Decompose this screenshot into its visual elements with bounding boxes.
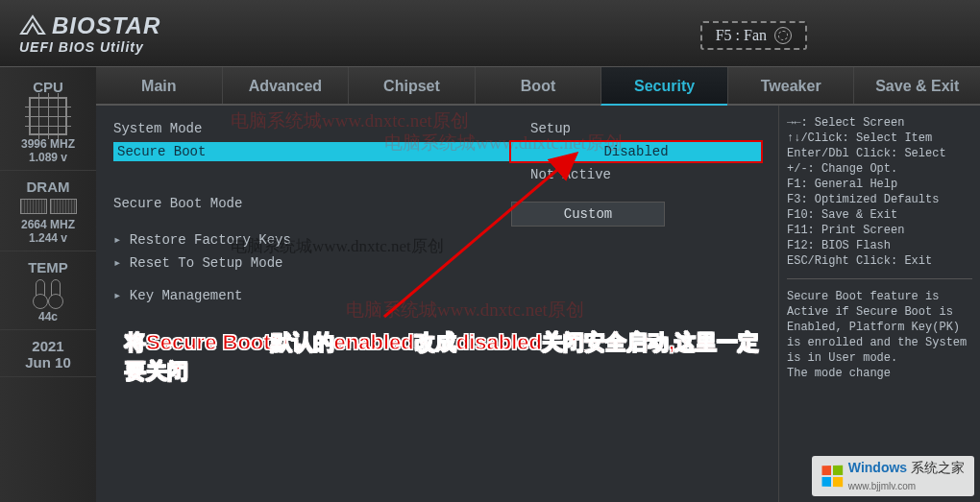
label-secure-boot-mode: Secure Boot Mode xyxy=(113,194,242,227)
menu-reset-to-setup-mode[interactable]: Reset To Setup Mode xyxy=(106,251,769,275)
tab-advanced[interactable]: Advanced xyxy=(222,67,349,104)
sidebar-cpu: CPU 3996 MHZ 1.089 v xyxy=(0,73,96,171)
row-secure-boot-status: Not Active xyxy=(106,163,769,186)
windows-logo-icon xyxy=(821,466,843,488)
header-left: System Mode xyxy=(113,119,202,138)
fan-icon xyxy=(774,27,792,44)
help-separator xyxy=(787,278,972,279)
cpu-icon xyxy=(29,97,67,135)
help-panel: →←: Select Screen ↑↓/Click: Select Item … xyxy=(778,106,980,502)
sidebar-date: 2021 Jun 10 xyxy=(0,332,96,377)
help-keys: →←: Select Screen ↑↓/Click: Select Item … xyxy=(787,115,972,269)
brand-logo-icon xyxy=(19,14,46,37)
site-watermark: Windows 系统之家 www.bjjmlv.com xyxy=(812,456,974,496)
sidebar-dram-title: DRAM xyxy=(0,179,96,195)
sidebar-cpu-freq: 3996 MHZ xyxy=(0,137,96,151)
header-row: System Mode Setup xyxy=(106,117,769,140)
help-description: Secure Boot feature is Active if Secure … xyxy=(787,289,972,381)
menu-key-management[interactable]: Key Management xyxy=(106,284,769,307)
sidebar-dram-volt: 1.244 v xyxy=(0,231,96,245)
label-secure-boot: Secure Boot xyxy=(113,142,511,161)
menu-restore-factory-keys[interactable]: Restore Factory Keys xyxy=(106,228,769,251)
sidebar-year: 2021 xyxy=(0,338,96,354)
tab-security[interactable]: Security xyxy=(600,67,727,106)
status-secure-boot: Not Active xyxy=(511,165,761,184)
site-url: www.bjjmlv.com xyxy=(848,481,916,491)
site-brand: Windows xyxy=(848,460,907,475)
annotation-text: 将Secure Boot默认的enabled改成disabled关闭安全启动,这… xyxy=(125,328,778,386)
row-secure-boot-mode[interactable]: Secure Boot Mode Custom xyxy=(106,192,769,228)
sidebar-cpu-volt: 1.089 v xyxy=(0,151,96,164)
main-area: Main Advanced Chipset Boot Security Twea… xyxy=(96,67,980,502)
sidebar-temp: TEMP 44c xyxy=(0,253,96,330)
sidebar: CPU 3996 MHZ 1.089 v DRAM 2664 MHZ 1.244… xyxy=(0,67,96,502)
tab-boot[interactable]: Boot xyxy=(475,67,601,104)
site-text: 系统之家 xyxy=(911,460,965,475)
title-bar: BIOSTAR UEFI BIOS Utility F5 : Fan xyxy=(0,0,980,67)
tab-bar: Main Advanced Chipset Boot Security Twea… xyxy=(96,67,980,106)
value-secure-boot-mode[interactable]: Custom xyxy=(511,202,665,227)
brand-name: BIOSTAR xyxy=(52,12,160,39)
sidebar-temp-title: TEMP xyxy=(0,259,96,275)
row-secure-boot[interactable]: Secure Boot Disabled xyxy=(106,140,769,163)
settings-panel: 电脑系统城www.dnxtc.net原创 电脑系统城www.dnxtc.net原… xyxy=(96,106,778,502)
tab-main[interactable]: Main xyxy=(96,67,222,104)
tab-save-exit[interactable]: Save & Exit xyxy=(853,67,980,104)
header-right: Setup xyxy=(511,119,761,138)
fan-hint[interactable]: F5 : Fan xyxy=(700,21,807,50)
tab-tweaker[interactable]: Tweaker xyxy=(727,67,854,104)
thermometer-icon xyxy=(0,279,96,306)
tab-chipset[interactable]: Chipset xyxy=(348,67,475,104)
brand-subtitle: UEFI BIOS Utility xyxy=(19,39,160,55)
sidebar-temp-value: 44c xyxy=(0,310,96,323)
sidebar-monthday: Jun 10 xyxy=(0,354,96,371)
value-secure-boot[interactable]: Disabled xyxy=(511,142,761,161)
brand-block: BIOSTAR UEFI BIOS Utility xyxy=(19,12,160,55)
ram-icon xyxy=(0,199,96,214)
sidebar-dram-freq: 2664 MHZ xyxy=(0,218,96,231)
sidebar-dram: DRAM 2664 MHZ 1.244 v xyxy=(0,173,96,251)
fan-hint-label: F5 : Fan xyxy=(716,27,767,44)
